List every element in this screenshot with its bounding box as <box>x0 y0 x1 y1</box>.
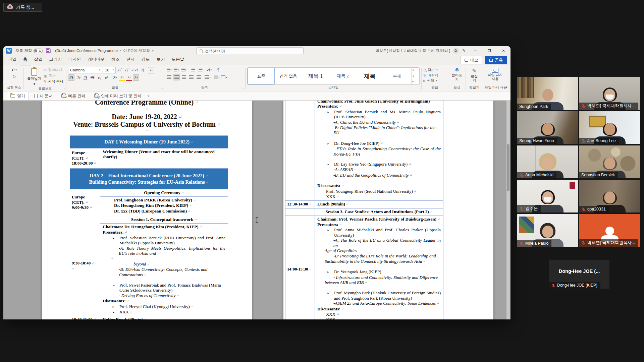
replace-button[interactable]: ↻바꾸기 <box>423 73 446 78</box>
text-effects-button[interactable]: 가 <box>112 74 118 81</box>
styles-more-icon[interactable]: ▾ <box>412 80 414 83</box>
restore-button[interactable] <box>482 46 496 55</box>
align-left-button[interactable] <box>166 74 172 80</box>
participant-tile[interactable]: 박혜연[ 국제대학원석사... <box>579 214 640 247</box>
participant-tile[interactable]: Anna Michalski <box>517 145 578 178</box>
open-button[interactable]: 열기 <box>7 92 29 100</box>
style-heading1[interactable]: 제목 1 <box>302 68 329 84</box>
style-title[interactable]: 제목 <box>356 68 383 84</box>
minimize-button[interactable] <box>468 46 482 55</box>
char-border-button[interactable]: 가 <box>148 67 154 73</box>
participant-tile[interactable]: Mireia Paulo <box>517 214 578 247</box>
shading-button[interactable]: ▾ <box>213 74 220 80</box>
tab-help[interactable]: 도움말 <box>168 55 188 65</box>
bold-button[interactable]: 가 <box>68 74 74 81</box>
multilevel-list-button[interactable]: ▾ <box>180 67 187 73</box>
share-button[interactable]: 공유 <box>485 56 507 64</box>
subscript-button[interactable]: x₂ <box>96 74 103 81</box>
tab-mailings[interactable]: 편지 <box>123 55 138 65</box>
style-heading2[interactable]: 제목 2 <box>329 68 356 84</box>
reuse-files-button[interactable]: 파일 다시 사용 <box>485 67 505 81</box>
tab-review[interactable]: 검토 <box>138 55 153 65</box>
document-title[interactable]: (Draft) June Conference Programme • 이 PC… <box>55 48 154 53</box>
editor-button[interactable]: ✎ 편집기 <box>468 67 481 82</box>
search-box[interactable] <box>196 47 304 54</box>
tab-design[interactable]: 디자인 <box>65 55 85 65</box>
save-icon[interactable] <box>46 48 51 53</box>
participant-tile-focused[interactable]: Dong-Hee JOE (... Dong-Hee JOE (KIEP) <box>549 260 609 289</box>
tab-references[interactable]: 참조 <box>108 55 123 65</box>
char-shading-button[interactable]: 가 <box>133 74 139 81</box>
tab-home[interactable]: 홈 <box>20 55 31 65</box>
show-marks-button[interactable]: ¶ <box>215 67 222 73</box>
scrollbar-thumb[interactable] <box>507 144 509 191</box>
bullet-list-button[interactable]: ▾ <box>166 67 172 73</box>
vertical-scrollbar[interactable] <box>506 101 510 319</box>
ribbon-collapse-icon[interactable]: ∨ <box>505 84 508 89</box>
shrink-font-button[interactable]: 가ˇ <box>123 67 130 73</box>
cut-button[interactable]: ✂잘라내기 <box>44 68 63 72</box>
tab-file[interactable]: 파일 <box>5 55 20 65</box>
font-color-button[interactable]: 가 <box>126 74 132 81</box>
undo-button[interactable]: ↶▾ <box>6 67 22 73</box>
account-avatar-icon[interactable] <box>453 48 459 54</box>
print-preview-button[interactable]: 인쇄 미리 보기 및 인쇄 <box>91 92 145 100</box>
strikethrough-button[interactable]: 가 <box>89 74 96 81</box>
highlight-button[interactable]: 가 <box>119 74 125 81</box>
numbered-list-button[interactable]: ▾ <box>173 67 180 73</box>
styles-dialog-launcher-icon[interactable]: ⌟ <box>419 87 420 89</box>
font-dialog-launcher-icon[interactable]: ⌟ <box>161 87 163 89</box>
superscript-button[interactable]: x² <box>103 74 110 81</box>
participant-tile[interactable]: Sebastian Bersick <box>579 145 640 178</box>
participant-tile[interactable]: Seung-Hwan Yoon <box>517 111 578 144</box>
paste-button[interactable]: 붙여넣기 ▾ <box>25 67 43 86</box>
copy-button[interactable]: ▣복사 <box>44 73 63 78</box>
qat-more-icon[interactable]: ▾ <box>148 95 149 98</box>
paragraph-dialog-launcher-icon[interactable]: ⌟ <box>243 87 244 89</box>
align-center-button[interactable] <box>173 74 180 80</box>
participant-tile[interactable]: 박혜연[ 국제대학원석사... <box>579 77 640 110</box>
editing-mode-icon[interactable]: ✎ <box>462 48 466 53</box>
tab-draw[interactable]: 그리기 <box>46 55 65 65</box>
redo-button[interactable]: ↻ <box>6 73 22 79</box>
clear-formatting-button[interactable]: 가 <box>140 67 146 73</box>
style-no-spacing[interactable]: 간격 없음 <box>275 68 302 84</box>
decrease-indent-button[interactable] <box>190 67 196 73</box>
account-name[interactable]: 박성훈[ 센터장 / 고려대학교 장 모네 EU센터 ] <box>376 48 450 53</box>
tab-layout[interactable]: 레이아웃 <box>85 55 108 65</box>
close-button[interactable]: ✕ <box>496 46 511 55</box>
line-spacing-button[interactable]: ▾ <box>204 74 211 80</box>
new-document-button[interactable]: 새 문서 <box>31 92 56 100</box>
style-subtitle[interactable]: 부제 <box>383 68 411 84</box>
change-case-button[interactable]: 가가 <box>131 67 139 73</box>
participant-tile[interactable]: Jae-Seung Lee <box>579 111 640 144</box>
quick-print-button[interactable]: 빠른 인쇄 <box>58 92 89 100</box>
underline-button[interactable]: 가 <box>82 74 89 81</box>
distribute-button[interactable] <box>195 74 202 80</box>
search-input[interactable] <box>205 49 300 53</box>
document-page-left[interactable]: Conference Programme (Online) ↵ Date: Ju… <box>42 101 252 319</box>
format-painter-button[interactable]: ✎서식 복사 <box>44 79 63 84</box>
sort-button[interactable]: 가▾ <box>206 67 213 73</box>
font-size-select[interactable]: 18▾ <box>103 67 116 73</box>
font-name-select[interactable]: Cambria▾ <box>68 67 102 73</box>
align-right-button[interactable] <box>180 74 187 80</box>
dictate-button[interactable]: 받아쓰기 <box>450 67 464 81</box>
participant-tile[interactable]: Sunghoon Park <box>517 77 578 110</box>
styles-down-icon[interactable]: ∨ <box>412 75 414 78</box>
increase-indent-button[interactable] <box>197 67 204 73</box>
document-page-right[interactable]: Chairwoman: Prof. Julie Gilson (Universi… <box>283 101 493 319</box>
select-button[interactable]: ▷선택▾ <box>423 78 446 83</box>
clipboard-dialog-launcher-icon[interactable]: ⌟ <box>64 87 65 89</box>
find-button[interactable]: 찾기▾ <box>423 68 446 72</box>
comments-button[interactable]: 메모 <box>461 56 482 64</box>
tab-view[interactable]: 보기 <box>153 55 168 65</box>
italic-button[interactable]: 가 <box>75 74 82 81</box>
style-normal[interactable]: 표준 <box>248 68 275 84</box>
styles-up-icon[interactable]: ∧ <box>412 69 414 72</box>
grow-font-button[interactable]: 가ˆ <box>116 67 123 73</box>
autosave-toggle[interactable]: 끔 <box>34 49 43 53</box>
tab-insert[interactable]: 삽입 <box>31 55 46 65</box>
participant-tile[interactable]: cpa20331 <box>579 180 640 213</box>
participant-tile[interactable]: 임주은 <box>517 180 578 213</box>
